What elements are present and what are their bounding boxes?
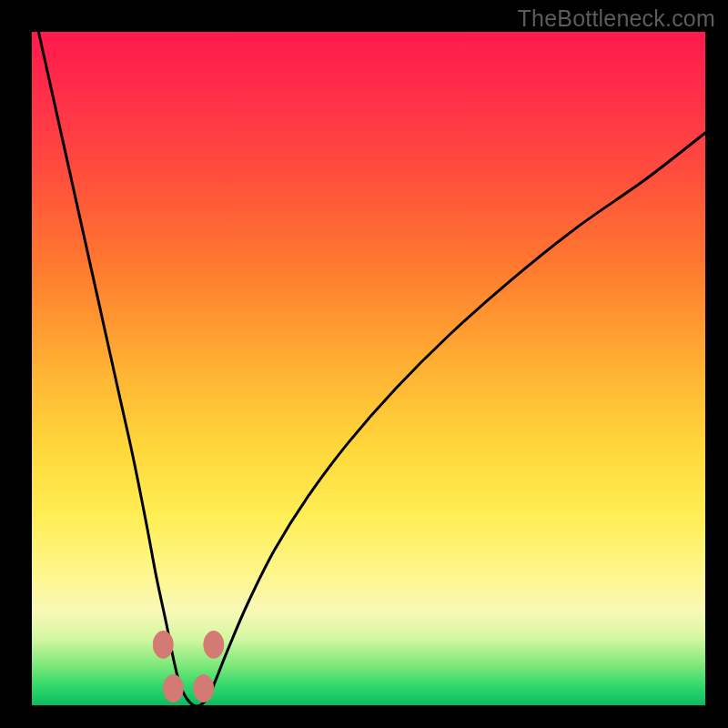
chart-frame: TheBottleneck.com [0, 0, 728, 728]
curve-marker-1 [163, 675, 183, 703]
curve-marker-0 [153, 631, 173, 658]
curve-marker-2 [194, 675, 214, 703]
watermark-text: TheBottleneck.com [518, 5, 715, 32]
curve-marker-3 [204, 631, 224, 658]
bottleneck-curve [32, 32, 705, 705]
plot-area [32, 32, 705, 705]
bottleneck-curve-path [38, 32, 705, 705]
